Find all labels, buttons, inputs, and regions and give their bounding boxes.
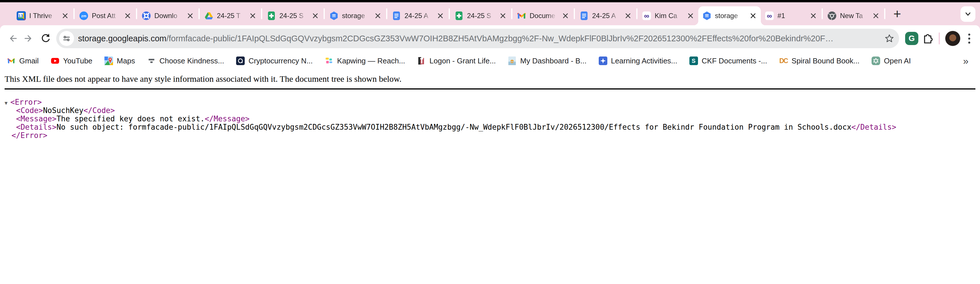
bookmark-gmail[interactable]: Gmail bbox=[7, 57, 39, 65]
tab-list-chevron-button[interactable] bbox=[961, 6, 975, 22]
tab-separator bbox=[449, 8, 450, 19]
close-icon[interactable] bbox=[436, 11, 445, 20]
generic-page-icon bbox=[147, 57, 156, 65]
zoom-icon: zm bbox=[79, 11, 88, 21]
tab-separator bbox=[386, 8, 387, 19]
infinity-icon: ∞ bbox=[642, 11, 651, 21]
star-icon bbox=[885, 34, 894, 43]
tab-title: Docume bbox=[530, 12, 558, 20]
sharepoint-icon: S bbox=[689, 57, 698, 65]
tab-number-1[interactable]: ∞ #1 bbox=[761, 6, 821, 25]
tab-title: storage bbox=[715, 12, 745, 20]
new-tab-button[interactable]: + bbox=[893, 5, 901, 22]
xml-document-tree: ▼<Error> <Code>NoSuchKey</Code> <Message… bbox=[5, 98, 975, 140]
bookmark-my-dashboard[interactable]: My Dashboard - B... bbox=[508, 57, 586, 65]
tab-title: New Ta bbox=[840, 12, 868, 20]
tab-i-thrive[interactable]: 13 I Thrive bbox=[13, 6, 73, 25]
google-docs-icon bbox=[392, 11, 401, 21]
tab-title: Kim Ca bbox=[655, 12, 683, 20]
extensions-button[interactable] bbox=[920, 30, 936, 46]
close-icon[interactable] bbox=[749, 11, 757, 20]
tab-title: I Thrive bbox=[29, 12, 57, 20]
tab-storage-active[interactable]: storage bbox=[698, 6, 761, 25]
close-icon[interactable] bbox=[311, 11, 320, 20]
tab-title: Downlo bbox=[154, 12, 183, 20]
youtube-icon bbox=[51, 57, 59, 65]
bookmark-star-button[interactable] bbox=[885, 34, 894, 43]
url-path: /formfacade-public/1FAIpQLSdGqGQVvzybgsm… bbox=[166, 34, 834, 43]
close-icon[interactable] bbox=[686, 11, 695, 20]
profile-avatar[interactable] bbox=[945, 31, 961, 46]
site-settings-tune-icon[interactable] bbox=[59, 31, 74, 46]
close-icon[interactable] bbox=[248, 11, 257, 20]
tab-kim-ca[interactable]: ∞ Kim Ca bbox=[638, 6, 698, 25]
tab-new-tab[interactable]: New Ta bbox=[823, 6, 884, 25]
tab-post-att[interactable]: zm Post Att bbox=[75, 6, 135, 25]
close-icon[interactable] bbox=[374, 11, 382, 20]
grammarly-icon: G bbox=[905, 32, 918, 45]
tab-downloads[interactable]: Downlo bbox=[138, 6, 198, 25]
cloud-storage-icon bbox=[329, 11, 339, 21]
bookmarks-overflow-chevrons[interactable]: » bbox=[963, 56, 973, 67]
close-icon[interactable] bbox=[499, 11, 507, 20]
close-icon[interactable] bbox=[186, 11, 194, 20]
tab-sheets-1[interactable]: 24-25 S bbox=[263, 6, 323, 25]
tab-separator bbox=[324, 8, 325, 19]
xml-error-open-line: ▼<Error> bbox=[5, 98, 975, 106]
infinity-icon: ∞ bbox=[765, 11, 774, 21]
close-icon[interactable] bbox=[872, 11, 880, 20]
tab-docs-1[interactable]: 24-25 A bbox=[388, 6, 448, 25]
bookmarks-bar: Gmail YouTube Maps Choose Kindness... Cr bbox=[0, 52, 980, 70]
toolbar: storage.googleapis.com/formfacade-public… bbox=[0, 25, 980, 52]
tab-title: 24-25 S bbox=[279, 12, 307, 20]
back-arrow-icon bbox=[7, 33, 18, 44]
toolbar-separator bbox=[939, 32, 940, 44]
address-bar[interactable]: storage.googleapis.com/formfacade-public… bbox=[56, 29, 899, 48]
reload-button[interactable] bbox=[37, 30, 54, 47]
tab-drive[interactable]: 24-25 T bbox=[200, 6, 261, 25]
url-text[interactable]: storage.googleapis.com/formfacade-public… bbox=[78, 34, 881, 43]
forward-arrow-icon bbox=[24, 33, 34, 44]
browser-menu-button[interactable] bbox=[963, 30, 975, 46]
bookmark-logon-grant[interactable]: Logon - Grant Life... bbox=[417, 57, 496, 65]
browser-main-area: storage.googleapis.com/formfacade-public… bbox=[0, 25, 980, 284]
tab-title: #1 bbox=[778, 12, 806, 20]
tab-title: Post Att bbox=[92, 12, 120, 20]
xml-style-notice: This XML file does not appear to have an… bbox=[5, 74, 975, 84]
bookmark-cryptocurrency[interactable]: Cryptocurrency N... bbox=[236, 57, 313, 65]
grammarly-extension-button[interactable]: G bbox=[904, 30, 920, 46]
bookmark-open-ai[interactable]: Open AI bbox=[872, 57, 911, 65]
kapwing-icon bbox=[325, 57, 333, 65]
forward-button[interactable] bbox=[21, 30, 37, 47]
bookmark-youtube[interactable]: YouTube bbox=[51, 57, 92, 65]
blue-ring-icon bbox=[142, 11, 151, 21]
url-domain: storage.googleapis.com bbox=[78, 34, 166, 43]
window-top-strip bbox=[0, 0, 980, 2]
close-icon[interactable] bbox=[809, 11, 818, 20]
close-icon[interactable] bbox=[123, 11, 132, 20]
close-icon[interactable] bbox=[624, 11, 632, 20]
xml-error-close-line: </Error> bbox=[5, 132, 975, 140]
bookmark-maps[interactable]: Maps bbox=[104, 57, 135, 65]
close-icon[interactable] bbox=[61, 11, 69, 20]
bookmark-spiral-bound[interactable]: DC Spiral Bound Book... bbox=[779, 57, 859, 65]
xml-details-line: <Details>No such object: formfacade-publ… bbox=[5, 123, 975, 132]
bookmark-kapwing[interactable]: Kapwing — Reach... bbox=[325, 57, 405, 65]
chrome-icon bbox=[827, 11, 837, 21]
cloud-storage-icon bbox=[702, 11, 711, 21]
close-icon[interactable] bbox=[561, 11, 570, 20]
bookmark-choose-kindness[interactable]: Choose Kindness... bbox=[147, 57, 224, 65]
tab-docs-2[interactable]: 24-25 A bbox=[576, 6, 636, 25]
back-button[interactable] bbox=[4, 30, 21, 47]
tab-separator bbox=[511, 8, 512, 19]
tab-separator bbox=[822, 8, 823, 19]
bookmark-learning-activities[interactable]: Learning Activities... bbox=[599, 57, 677, 65]
collapse-arrow-icon[interactable]: ▼ bbox=[5, 99, 8, 107]
puzzle-icon bbox=[922, 33, 934, 44]
tab-sheets-2[interactable]: 24-25 S bbox=[450, 6, 511, 25]
tab-separator bbox=[574, 8, 575, 19]
tab-gmail[interactable]: Docume bbox=[513, 6, 573, 25]
bookmark-ckf-documents[interactable]: S CKF Documents -... bbox=[689, 57, 767, 65]
tab-storage-1[interactable]: storage bbox=[325, 6, 386, 25]
xml-viewer-content: This XML file does not appear to have an… bbox=[0, 70, 980, 140]
